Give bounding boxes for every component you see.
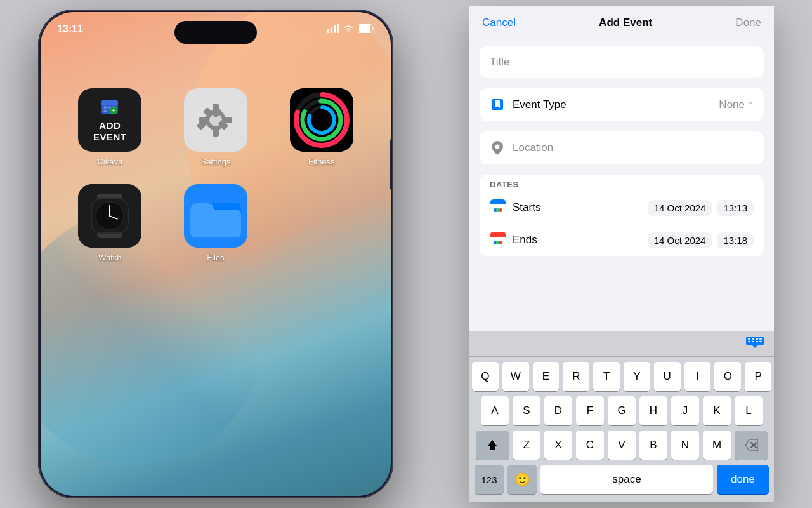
- key-u[interactable]: U: [654, 362, 681, 391]
- keyboard-toolbar: [469, 331, 774, 357]
- svg-rect-64: [756, 341, 758, 342]
- key-b[interactable]: B: [639, 431, 667, 460]
- starts-row[interactable]: Starts 14 Oct 2024 13:13: [480, 192, 764, 224]
- svg-rect-2: [334, 25, 336, 33]
- cancel-button[interactable]: Cancel: [482, 17, 516, 29]
- event-type-row[interactable]: Event Type None ⌃: [480, 88, 764, 121]
- key-q[interactable]: Q: [472, 362, 499, 391]
- svg-marker-57: [751, 344, 759, 348]
- key-j[interactable]: J: [671, 396, 699, 425]
- svg-rect-10: [104, 106, 107, 108]
- key-l[interactable]: L: [735, 396, 763, 425]
- settings-app-label: Settings: [201, 157, 231, 166]
- volume-down-button[interactable]: [41, 164, 41, 203]
- app-icon-files[interactable]: Files: [172, 184, 260, 262]
- svg-rect-58: [748, 338, 750, 340]
- app-icon-watch[interactable]: Watch: [66, 184, 154, 262]
- title-input[interactable]: [490, 56, 754, 69]
- space-button[interactable]: space: [540, 465, 713, 494]
- wifi-icon: [343, 24, 354, 35]
- key-s[interactable]: S: [513, 396, 540, 425]
- key-p[interactable]: P: [745, 362, 771, 391]
- num-button[interactable]: 123: [475, 465, 504, 494]
- key-e[interactable]: E: [533, 362, 560, 391]
- key-z[interactable]: Z: [513, 431, 540, 460]
- svg-rect-13: [104, 110, 107, 112]
- key-m[interactable]: M: [703, 431, 731, 460]
- key-a[interactable]: A: [481, 396, 509, 425]
- key-o[interactable]: O: [714, 362, 741, 391]
- keyboard-dismiss-icon[interactable]: [746, 335, 764, 352]
- location-icon: [490, 140, 505, 156]
- svg-rect-0: [327, 29, 329, 33]
- ends-row[interactable]: Ends 14 Oct 2024 13:18: [480, 224, 764, 256]
- svg-rect-61: [759, 338, 762, 340]
- keyboard-bottom-row: 123 🙂 space done: [472, 465, 771, 494]
- emoji-button[interactable]: 🙂: [508, 465, 537, 494]
- key-n[interactable]: N: [671, 431, 699, 460]
- key-v[interactable]: V: [608, 431, 636, 460]
- add-event-title: Add Event: [87, 120, 133, 143]
- dates-header: DATES: [480, 175, 764, 192]
- files-app-label: Files: [207, 253, 224, 262]
- key-x[interactable]: X: [544, 431, 572, 460]
- fitness-icon[interactable]: [290, 88, 353, 152]
- title-row[interactable]: [480, 46, 764, 78]
- volume-up-button[interactable]: [41, 114, 41, 152]
- files-icon[interactable]: [184, 184, 247, 248]
- key-y[interactable]: Y: [624, 362, 650, 391]
- iphone-device: 13:11: [38, 10, 393, 498]
- location-row[interactable]: Location: [480, 131, 764, 164]
- add-event-app-label: Cikava: [97, 157, 122, 166]
- svg-rect-59: [752, 338, 754, 340]
- add-event-icon[interactable]: Add Event: [78, 88, 141, 152]
- event-type-value[interactable]: None ⌃: [719, 98, 754, 111]
- key-t[interactable]: T: [593, 362, 620, 391]
- svg-rect-62: [748, 341, 750, 342]
- form-nav: Cancel Add Event Done: [469, 6, 774, 36]
- ends-cal-icon: [490, 232, 506, 248]
- key-c[interactable]: C: [576, 431, 604, 460]
- svg-rect-9: [102, 103, 119, 105]
- key-i[interactable]: I: [684, 362, 711, 391]
- starts-date-value[interactable]: 14 Oct 2024: [648, 200, 712, 216]
- ends-date-value[interactable]: 14 Oct 2024: [648, 232, 712, 248]
- iphone-screen: 13:11: [41, 12, 391, 496]
- ends-time-value[interactable]: 13:18: [717, 232, 754, 248]
- delete-button[interactable]: [735, 431, 768, 460]
- ios-form-panel: Cancel Add Event Done: [469, 6, 774, 502]
- app-icon-add-event[interactable]: Add Event Cikava: [66, 88, 154, 166]
- key-f[interactable]: F: [576, 396, 604, 425]
- watch-icon[interactable]: [78, 184, 141, 248]
- svg-point-49: [495, 145, 500, 149]
- app-icon-settings[interactable]: Settings: [172, 88, 260, 166]
- app-grid: Add Event Cikava: [66, 88, 365, 262]
- key-h[interactable]: H: [639, 396, 667, 425]
- location-section: Location: [480, 131, 764, 164]
- starts-time-value[interactable]: 13:13: [717, 200, 754, 216]
- event-type-section: Event Type None ⌃: [480, 88, 764, 121]
- shift-button[interactable]: [476, 431, 509, 460]
- svg-rect-6: [359, 25, 370, 32]
- starts-label: Starts: [513, 201, 648, 214]
- key-d[interactable]: D: [544, 396, 572, 425]
- key-w[interactable]: W: [502, 362, 529, 391]
- power-button[interactable]: [390, 139, 391, 190]
- app-icon-fitness[interactable]: Fitness: [277, 88, 365, 166]
- key-k[interactable]: K: [703, 396, 731, 425]
- svg-rect-21: [213, 128, 219, 137]
- svg-rect-45: [190, 210, 241, 237]
- svg-rect-60: [756, 338, 758, 340]
- iphone-notch: [174, 21, 257, 44]
- key-r[interactable]: R: [563, 362, 589, 391]
- keyboard-row-3: Z X C V B N M: [472, 431, 771, 460]
- done-button[interactable]: Done: [735, 17, 761, 29]
- dates-section: DATES Starts 14 Oct: [480, 175, 764, 256]
- form-body: Event Type None ⌃ Location: [469, 36, 774, 331]
- svg-rect-3: [337, 24, 339, 33]
- scene: 13:11: [0, 0, 812, 508]
- key-g[interactable]: G: [608, 396, 636, 425]
- starts-cal-icon: [490, 199, 506, 216]
- done-key-button[interactable]: done: [717, 465, 769, 494]
- settings-icon[interactable]: [184, 88, 247, 152]
